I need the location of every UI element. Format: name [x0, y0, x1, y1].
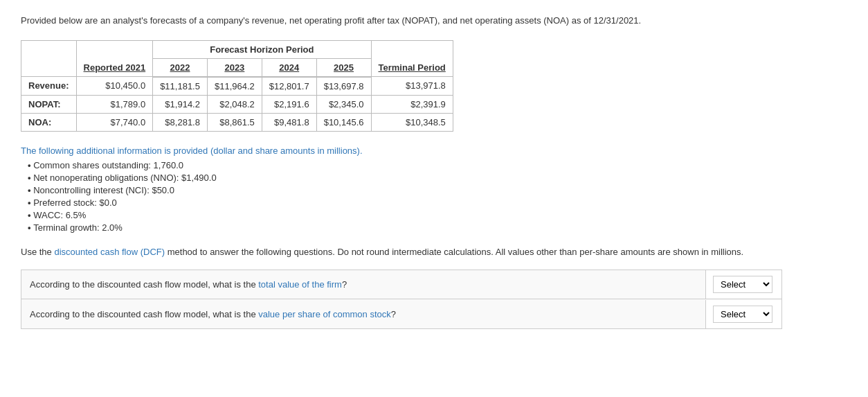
info-item: Preferred stock: $0.0	[28, 197, 847, 208]
value-2023: $8,861.5	[207, 113, 262, 131]
question-text-1: According to the discounted cash flow mo…	[21, 272, 705, 297]
dcf-instruction: Use the discounted cash flow (DCF) metho…	[21, 245, 847, 259]
info-item: Net nonoperating obligations (NNO): $1,4…	[28, 173, 847, 183]
reported-value: $10,450.0	[76, 77, 153, 96]
forecast-table: Reported 2021 Forecast Horizon Period Te…	[21, 40, 453, 132]
value-2022: $8,281.8	[153, 113, 208, 131]
reported-value: $7,740.0	[76, 113, 153, 131]
value-2025: $2,345.0	[316, 95, 371, 113]
year-2024-header: 2024	[262, 58, 316, 77]
value-2025: $13,697.8	[316, 77, 371, 96]
forecast-horizon-header: Forecast Horizon Period	[153, 40, 371, 58]
question-select-2[interactable]: SelectOption AOption BOption C	[713, 306, 772, 323]
reported-header: Reported 2021	[76, 40, 153, 77]
table-row: NOA: $7,740.0 $8,281.8 $8,861.5 $9,481.8…	[21, 113, 453, 131]
additional-info-title: The following additional information is …	[21, 145, 847, 156]
year-2025-header: 2025	[316, 58, 371, 77]
table-row: NOPAT: $1,789.0 $1,914.2 $2,048.2 $2,191…	[21, 95, 453, 113]
info-item: Common shares outstanding: 1,760.0	[28, 160, 847, 170]
value-2022: $1,914.2	[153, 95, 208, 113]
terminal-value: $2,391.9	[371, 95, 453, 113]
question-row-1: According to the discounted cash flow mo…	[21, 270, 781, 299]
value-2022: $11,181.5	[153, 77, 208, 96]
questions-container: According to the discounted cash flow mo…	[21, 270, 782, 329]
row-label: NOA:	[21, 113, 77, 131]
value-2024: $2,191.6	[262, 95, 316, 113]
terminal-header: Terminal Period	[371, 40, 453, 77]
value-2025: $10,145.6	[316, 113, 371, 131]
unit-header	[21, 40, 77, 77]
question-select-wrapper-2: SelectOption AOption BOption C	[705, 300, 781, 328]
info-item: Noncontrolling interest (NCI): $50.0	[28, 185, 847, 195]
row-label: Revenue:	[21, 77, 77, 96]
question-row-2: According to the discounted cash flow mo…	[21, 299, 781, 328]
year-2023-header: 2023	[207, 58, 262, 77]
info-item: Terminal growth: 2.0%	[28, 222, 847, 233]
terminal-value: $10,348.5	[371, 113, 453, 131]
question-text-2: According to the discounted cash flow mo…	[21, 302, 705, 326]
terminal-value: $13,971.8	[371, 77, 453, 96]
question-select-wrapper-1: SelectOption AOption BOption C	[705, 270, 781, 299]
value-2023: $2,048.2	[207, 95, 262, 113]
year-2022-header: 2022	[153, 58, 208, 77]
additional-info-list: Common shares outstanding: 1,760.0Net no…	[21, 160, 847, 233]
value-2024: $12,801.7	[262, 77, 316, 96]
value-2023: $11,964.2	[207, 77, 262, 96]
table-row: Revenue: $10,450.0 $11,181.5 $11,964.2 $…	[21, 77, 453, 96]
row-label: NOPAT:	[21, 95, 77, 113]
value-2024: $9,481.8	[262, 113, 316, 131]
info-item: WACC: 6.5%	[28, 210, 847, 220]
reported-value: $1,789.0	[76, 95, 153, 113]
additional-info-section: The following additional information is …	[21, 145, 847, 233]
intro-paragraph: Provided below are an analyst's forecast…	[21, 14, 847, 28]
question-select-1[interactable]: SelectOption AOption BOption C	[713, 276, 772, 293]
